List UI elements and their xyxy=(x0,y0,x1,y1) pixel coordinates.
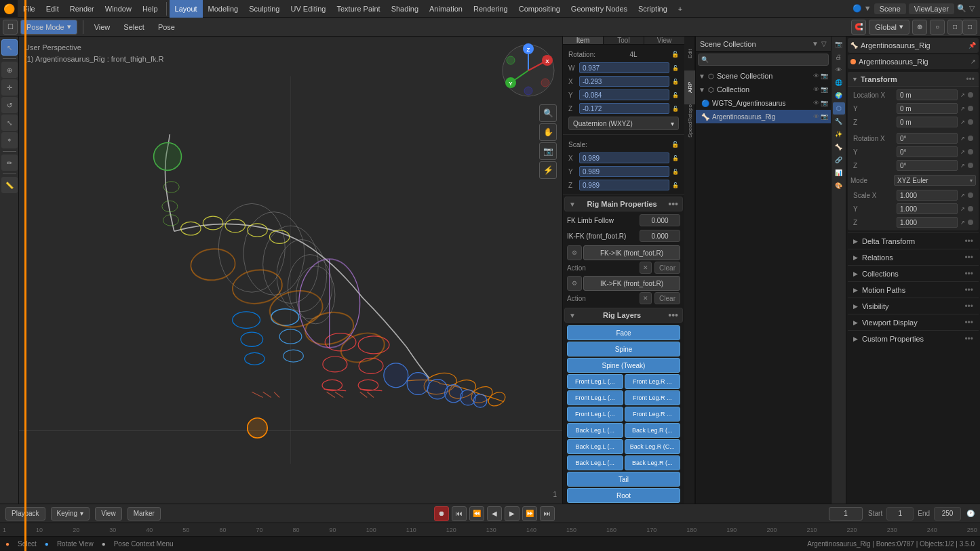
back-leg-r2-btn[interactable]: Back Leg.R (C... xyxy=(625,439,681,454)
outliner-rig[interactable]: 🦴 Argentinosaurus_Rig 👁 📷 xyxy=(696,110,831,123)
reverse-play-btn[interactable]: ◀ xyxy=(487,506,502,521)
select-tool[interactable]: ↖ xyxy=(1,39,18,56)
workspace-sculpting[interactable]: Sculpting xyxy=(243,0,285,18)
workspace-uv[interactable]: UV Editing xyxy=(285,0,331,18)
coll-vis-eye[interactable]: 👁 xyxy=(813,86,819,93)
w-lock[interactable]: 🔓 xyxy=(672,65,679,71)
outliner-filter-btn[interactable]: ▽ xyxy=(821,40,827,47)
arp-tab[interactable]: ARP xyxy=(684,70,695,104)
tab-tool[interactable]: Tool xyxy=(604,37,644,44)
ik-fk-button[interactable]: IK->FK (front_foot.R) xyxy=(583,276,680,291)
tr-scale-y-val[interactable]: 1.000 xyxy=(897,203,958,214)
scale-z-value[interactable]: 0.989 xyxy=(579,180,669,190)
scale-y-value[interactable]: 0.989 xyxy=(579,166,669,177)
workspace-rendering[interactable]: Rendering xyxy=(468,0,513,18)
rot-x-arrow[interactable]: ↗ xyxy=(960,136,965,142)
props-world-icon[interactable]: 🌍 xyxy=(833,89,845,102)
rotate-tool[interactable]: ↺ xyxy=(1,97,18,113)
props-view-icon[interactable]: 👁 xyxy=(833,64,845,76)
menu-edit[interactable]: Edit xyxy=(41,0,64,18)
transform-orientation[interactable]: Global ▾ xyxy=(869,20,909,35)
loc-z-arrow[interactable]: ↗ xyxy=(960,119,965,125)
workspace-modeling[interactable]: Modeling xyxy=(203,0,244,18)
jump-start-btn[interactable]: ⏮ xyxy=(452,506,467,521)
rotation-x-value[interactable]: -0.293 xyxy=(579,76,669,87)
action-clear-btn2[interactable]: Clear xyxy=(654,292,680,304)
measure-tool[interactable]: 📏 xyxy=(1,177,18,193)
cursor-tool[interactable]: ⊕ xyxy=(1,62,18,78)
props-data-icon[interactable]: 📊 xyxy=(833,167,845,179)
step-back-btn[interactable]: ⏪ xyxy=(469,506,484,521)
vis-render[interactable]: 📷 xyxy=(821,73,828,79)
ik-fk-value[interactable]: 0.000 xyxy=(640,230,680,242)
props-output-icon[interactable]: 🖨 xyxy=(833,51,845,63)
relations-section[interactable]: ▶ Relations ••• xyxy=(848,249,979,265)
props-particles-icon[interactable]: ✨ xyxy=(833,128,845,140)
rot-y-val[interactable]: 0° xyxy=(897,146,958,157)
ik-fk-arrow-btn[interactable]: ⚙ xyxy=(567,276,582,291)
scale-lock[interactable]: 🔓 xyxy=(671,141,679,148)
tr-scale-y-arrow[interactable]: ↗ xyxy=(960,206,965,212)
loc-z-val[interactable]: 0 m xyxy=(897,117,958,127)
y-lock[interactable]: 🔓 xyxy=(672,92,679,98)
transform-header[interactable]: ▼ Transform ••• xyxy=(848,72,979,87)
front-leg-l1-btn[interactable]: Front Leg.L (... xyxy=(567,374,623,389)
tr-scale-x-arrow[interactable]: ↗ xyxy=(960,192,965,199)
outliner-scene-collection[interactable]: ▼ ⬡ Scene Collection 👁 📷 xyxy=(696,69,831,83)
loc-x-val[interactable]: 0 m xyxy=(897,89,958,100)
tr-scale-z-val[interactable]: 1.000 xyxy=(897,217,958,228)
step-fwd-btn[interactable]: ⏩ xyxy=(522,506,537,521)
marker-menu[interactable]: Marker xyxy=(128,507,161,521)
workspace-geonodes[interactable]: Geometry Nodes xyxy=(566,0,633,18)
jump-end-btn[interactable]: ⏭ xyxy=(540,506,555,521)
viewlayer-selector[interactable]: ViewLayer xyxy=(909,3,954,14)
proportional-edit[interactable]: ○ xyxy=(930,20,945,35)
coll-vis-render[interactable]: 📷 xyxy=(821,86,828,93)
layer-spine-btn[interactable]: Spine xyxy=(567,342,680,356)
back-leg-r3-btn[interactable]: Back Leg.R (... xyxy=(625,455,681,470)
menu-file[interactable]: File xyxy=(18,0,41,18)
root-btn[interactable]: Root xyxy=(567,488,680,503)
rig-layers-header[interactable]: ▼ Rig Layers ••• xyxy=(564,308,683,323)
action-clear-btn[interactable]: Clear xyxy=(654,262,680,274)
start-frame[interactable]: 1 xyxy=(886,507,914,521)
wgts-vis-eye[interactable]: 👁 xyxy=(813,100,819,106)
back-leg-l3-btn[interactable]: Back Leg.L (... xyxy=(567,455,623,470)
tr-scale-z-arrow[interactable]: ↗ xyxy=(960,220,965,226)
scale-y-lock[interactable]: 🔓 xyxy=(672,169,679,175)
props-scene-icon[interactable]: 🌐 xyxy=(833,77,845,89)
viewport-display-section[interactable]: ▶ Viewport Display ••• xyxy=(848,314,979,330)
scale-tool[interactable]: ⤡ xyxy=(1,115,18,131)
record-btn[interactable]: ⏺ xyxy=(434,506,449,521)
props-material-icon[interactable]: 🎨 xyxy=(833,180,845,192)
front-leg-r2-btn[interactable]: Front Leg.R ... xyxy=(625,390,681,405)
menu-help[interactable]: Help xyxy=(137,0,163,18)
rot-y-arrow[interactable]: ↗ xyxy=(960,149,965,155)
engine-selector[interactable]: 🔵 ▼ xyxy=(852,4,871,13)
workspace-texture[interactable]: Texture Paint xyxy=(331,0,385,18)
bone-arrow[interactable]: ↗ xyxy=(971,58,976,65)
frame-ruler[interactable]: 1 10 20 30 40 50 60 70 80 90 100 110 120… xyxy=(0,523,980,536)
vis-eye[interactable]: 👁 xyxy=(813,73,819,79)
tr-scale-x-val[interactable]: 1.000 xyxy=(897,190,958,201)
rotation-w-value[interactable]: 0.937 xyxy=(579,62,669,73)
loc-y-val[interactable]: 0 m xyxy=(897,103,958,114)
view-menu[interactable]: View xyxy=(95,507,122,521)
scale-z-lock2[interactable]: 🔓 xyxy=(672,182,679,188)
transform-pivot[interactable]: ⊕ xyxy=(912,20,927,35)
loc-x-arrow[interactable]: ↗ xyxy=(960,92,965,98)
viewport[interactable]: User Perspective (1) Argentinosaurus_Rig… xyxy=(19,37,562,504)
rotation-y-value[interactable]: -0.084 xyxy=(579,89,669,100)
current-frame-input[interactable]: 1 xyxy=(829,507,863,521)
active-bone-name[interactable]: Argentinosaurus_Rig xyxy=(859,58,968,66)
options-btn2[interactable]: □ xyxy=(962,20,977,35)
move-tool[interactable]: ✛ xyxy=(1,79,18,96)
speedretopo-tab[interactable]: SpeedRetopo xyxy=(684,104,695,138)
props-object-icon[interactable]: ⬡ xyxy=(833,102,845,115)
workspace-animation[interactable]: Animation xyxy=(424,0,468,18)
outliner-search-input[interactable]: 🔍 xyxy=(698,54,829,66)
menu-view[interactable]: View xyxy=(89,18,116,36)
menu-render[interactable]: Render xyxy=(64,0,100,18)
wgts-vis-render[interactable]: 📷 xyxy=(821,100,828,106)
filter-icon[interactable]: ▽ xyxy=(969,4,975,13)
